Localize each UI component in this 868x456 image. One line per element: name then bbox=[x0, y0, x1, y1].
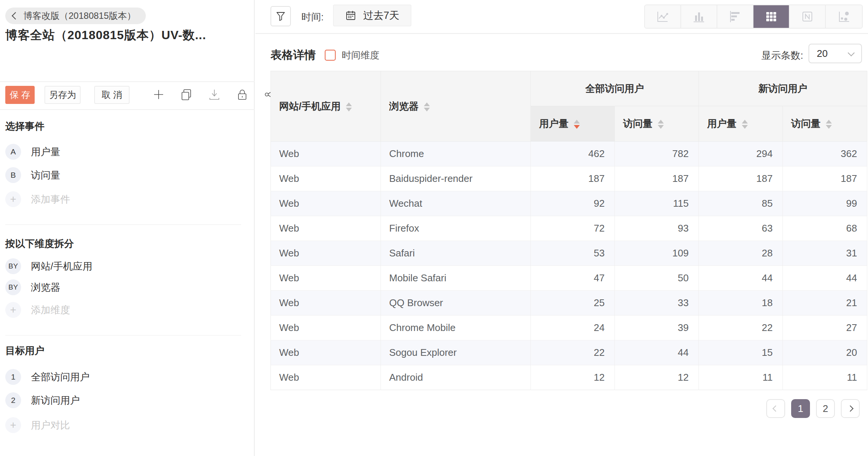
cell-app: Web bbox=[271, 340, 381, 365]
cell-browser: Chrome Mobile bbox=[381, 316, 531, 340]
cell-users-all: 22 bbox=[531, 340, 615, 365]
event-item-a[interactable]: A 用户量 bbox=[5, 144, 60, 160]
time-dimension-checkbox[interactable] bbox=[325, 50, 336, 61]
filter-button[interactable] bbox=[270, 6, 291, 26]
column-header-users-new[interactable]: 用户量 bbox=[699, 106, 783, 142]
view-number-card-button[interactable] bbox=[790, 5, 826, 28]
cell-browser: Sogou Explorer bbox=[381, 340, 531, 365]
time-range-button[interactable]: 过去7天 bbox=[333, 5, 411, 26]
event-badge-b: B bbox=[5, 167, 21, 183]
column-header-users-all[interactable]: 用户量 bbox=[531, 106, 615, 142]
sidebar: 博客改版（20180815版本） 博客全站（20180815版本）UV-数...… bbox=[0, 0, 255, 456]
dimension-label-browser: 浏览器 bbox=[31, 281, 60, 294]
event-item-b[interactable]: B 访问量 bbox=[5, 167, 60, 183]
cell-app: Web bbox=[271, 166, 381, 191]
divider bbox=[0, 109, 255, 110]
main-content: 时间: 过去7天 bbox=[255, 0, 868, 456]
view-bar-chart-button[interactable] bbox=[681, 5, 717, 28]
column-header-visits-all[interactable]: 访问量 bbox=[615, 106, 699, 142]
cell-app: Web bbox=[271, 291, 381, 316]
save-as-button[interactable]: 另存为 bbox=[44, 86, 81, 104]
sort-icon[interactable] bbox=[742, 120, 748, 129]
chevron-right-icon bbox=[847, 406, 854, 412]
time-dimension-label: 时间维度 bbox=[342, 49, 379, 61]
download-icon[interactable] bbox=[208, 88, 221, 101]
sort-icon[interactable] bbox=[826, 120, 832, 129]
page-button-1[interactable]: 1 bbox=[791, 399, 810, 418]
cell-browser: Baiduspider-render bbox=[381, 166, 531, 191]
cell-users-all: 12 bbox=[531, 365, 615, 390]
lock-icon[interactable] bbox=[236, 88, 249, 101]
cell-visits-all: 93 bbox=[615, 216, 699, 241]
cell-visits-all: 33 bbox=[615, 291, 699, 316]
page-size-select[interactable]: 20 bbox=[808, 44, 862, 63]
cell-users-new: 18 bbox=[699, 291, 783, 316]
plus-icon: + bbox=[5, 302, 21, 318]
page-button-2[interactable]: 2 bbox=[816, 399, 835, 418]
cancel-button[interactable]: 取 消 bbox=[94, 86, 130, 104]
view-switcher bbox=[644, 5, 863, 29]
user-item-all[interactable]: 1 全部访问用户 bbox=[5, 369, 90, 385]
cell-visits-all: 187 bbox=[615, 166, 699, 191]
cell-visits-new: 99 bbox=[783, 191, 867, 216]
table-row: Web Android 12 12 11 11 bbox=[271, 365, 867, 390]
cell-visits-new: 362 bbox=[783, 142, 867, 166]
cell-users-all: 47 bbox=[531, 266, 615, 291]
sort-icon[interactable] bbox=[658, 120, 664, 129]
column-header-visits-new[interactable]: 访问量 bbox=[783, 106, 867, 142]
cell-app: Web bbox=[271, 365, 381, 390]
cell-users-all: 72 bbox=[531, 216, 615, 241]
bar-chart-icon bbox=[692, 9, 706, 24]
cell-browser: Chrome bbox=[381, 142, 531, 166]
cell-browser: Wechat bbox=[381, 191, 531, 216]
data-table: 网站/手机应用 浏览器 全部访问用户 新访问用户 用户量 访问量 bbox=[270, 71, 867, 390]
cell-visits-all: 44 bbox=[615, 340, 699, 365]
plus-icon: + bbox=[5, 191, 21, 207]
add-event-button[interactable]: + 添加事件 bbox=[5, 191, 70, 207]
event-badge-a: A bbox=[5, 144, 21, 160]
dimension-item-app[interactable]: BY 网站/手机应用 bbox=[5, 258, 92, 274]
save-button[interactable]: 保 存 bbox=[5, 86, 35, 104]
cell-app: Web bbox=[271, 241, 381, 266]
view-horizontal-bar-button[interactable] bbox=[717, 5, 753, 28]
time-dimension-toggle[interactable]: 时间维度 bbox=[325, 49, 379, 61]
table-icon bbox=[764, 9, 778, 24]
breadcrumb[interactable]: 博客改版（20180815版本） bbox=[5, 8, 146, 24]
user-compare-button[interactable]: + 用户对比 bbox=[5, 417, 70, 433]
table-row: Web Baiduspider-render 187 187 187 187 bbox=[271, 166, 867, 191]
table-row: Web Chrome Mobile 24 39 22 27 bbox=[271, 316, 867, 340]
column-header-browser[interactable]: 浏览器 bbox=[381, 71, 531, 142]
sort-icon[interactable] bbox=[424, 102, 430, 111]
user-item-new[interactable]: 2 新访问用户 bbox=[5, 392, 80, 408]
dimension-item-browser[interactable]: BY 浏览器 bbox=[5, 279, 60, 295]
cell-app: Web bbox=[271, 266, 381, 291]
add-event-label: 添加事件 bbox=[31, 193, 70, 206]
view-scatter-chart-button[interactable] bbox=[826, 5, 862, 28]
view-table-button[interactable] bbox=[753, 5, 790, 28]
sort-icon[interactable] bbox=[346, 102, 352, 111]
chevron-down-icon bbox=[848, 49, 854, 56]
dimension-label-app: 网站/手机应用 bbox=[31, 260, 92, 273]
view-line-chart-button[interactable] bbox=[645, 5, 681, 28]
divider bbox=[5, 335, 241, 336]
add-icon[interactable] bbox=[152, 88, 165, 101]
cell-browser: QQ Browser bbox=[381, 291, 531, 316]
cell-visits-all: 50 bbox=[615, 266, 699, 291]
group-header-all-users: 全部访问用户 bbox=[531, 71, 699, 106]
column-header-app[interactable]: 网站/手机应用 bbox=[271, 71, 381, 142]
next-page-button[interactable] bbox=[841, 399, 860, 418]
table-section-title: 表格详情 bbox=[270, 47, 316, 63]
table-row: Web Mobile Safari 47 50 44 44 bbox=[271, 266, 867, 291]
calendar-icon bbox=[345, 10, 356, 21]
add-dimension-button[interactable]: + 添加维度 bbox=[5, 302, 70, 318]
table-row: Web Sogou Explorer 22 44 15 20 bbox=[271, 340, 867, 365]
prev-page-button[interactable] bbox=[766, 399, 785, 418]
cell-visits-new: 21 bbox=[783, 291, 867, 316]
add-dimension-label: 添加维度 bbox=[31, 303, 70, 317]
cell-browser: Safari bbox=[381, 241, 531, 266]
line-chart-icon bbox=[656, 9, 670, 24]
cell-visits-new: 44 bbox=[783, 266, 867, 291]
cell-visits-new: 11 bbox=[783, 365, 867, 390]
copy-icon[interactable] bbox=[180, 88, 193, 101]
sort-icon-active[interactable] bbox=[574, 120, 580, 129]
